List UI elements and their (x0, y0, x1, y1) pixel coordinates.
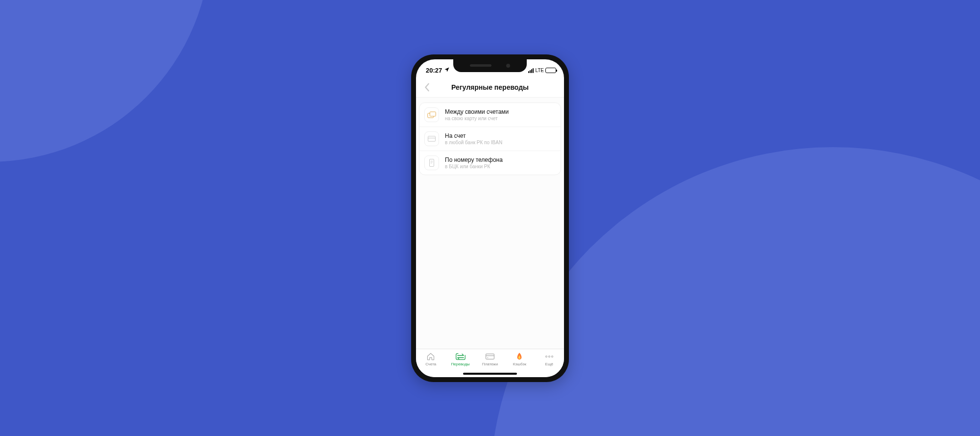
tab-label: Платежи (482, 362, 498, 366)
status-right: LTE (528, 68, 556, 73)
option-to-account[interactable]: На счет в любой банк РК по IBAN (419, 127, 561, 151)
tab-label: Ещё (545, 362, 553, 366)
nav-header: Регулярные переводы (416, 78, 564, 98)
svg-rect-2 (428, 136, 436, 141)
svg-rect-1 (430, 112, 436, 116)
svg-rect-9 (486, 354, 494, 359)
front-camera (506, 64, 510, 68)
option-text: Между своими счетами на свою карту или с… (445, 108, 509, 121)
tab-label: Кэшбэк (513, 362, 526, 366)
background: 20:27 LTE Регулярные переводы (0, 0, 980, 436)
status-left: 20:27 (426, 67, 450, 74)
option-subtitle: в любой банк РК по IBAN (445, 140, 502, 145)
cashback-icon (514, 353, 524, 360)
svg-point-12 (545, 356, 547, 357)
accounts-transfer-icon (424, 107, 439, 122)
phone-notch (453, 59, 527, 72)
tab-payments[interactable]: Платежи (476, 353, 504, 366)
option-text: На счет в любой банк РК по IBAN (445, 132, 502, 145)
option-title: Между своими счетами (445, 108, 509, 115)
option-text: По номеру телефона в БЦК или банки РК (445, 156, 503, 169)
location-icon (444, 67, 450, 74)
phone-bezel: 20:27 LTE Регулярные переводы (416, 59, 564, 377)
tab-label: Счета (425, 362, 436, 366)
option-title: На счет (445, 132, 502, 139)
bg-circle-top (0, 0, 211, 162)
battery-icon (545, 68, 556, 73)
svg-point-13 (548, 356, 550, 357)
page-title: Регулярные переводы (416, 83, 564, 91)
back-button[interactable] (420, 80, 435, 95)
option-by-phone[interactable]: По номеру телефона в БЦК или банки РК (419, 151, 561, 175)
more-icon (544, 353, 554, 360)
option-subtitle: в БЦК или банки РК (445, 164, 503, 169)
tab-transfers[interactable]: Переводы (447, 353, 474, 366)
signal-icon (528, 68, 534, 73)
account-icon (424, 131, 439, 146)
tab-cashback[interactable]: Кэшбэк (506, 353, 533, 366)
speaker (470, 64, 491, 67)
content-area: Между своими счетами на свою карту или с… (416, 98, 564, 349)
tab-accounts[interactable]: Счета (417, 353, 444, 366)
svg-rect-8 (456, 353, 465, 359)
option-title: По номеру телефона (445, 156, 503, 163)
svg-point-14 (551, 356, 553, 357)
svg-point-11 (487, 357, 488, 358)
status-time: 20:27 (426, 67, 442, 74)
option-subtitle: на свою карту или счет (445, 116, 509, 121)
network-label: LTE (535, 68, 544, 73)
tab-label: Переводы (451, 362, 470, 366)
tab-more[interactable]: Ещё (536, 353, 563, 366)
option-between-own-accounts[interactable]: Между своими счетами на свою карту или с… (419, 103, 561, 127)
phone-frame: 20:27 LTE Регулярные переводы (411, 54, 569, 382)
payments-icon (485, 353, 495, 360)
home-icon (426, 353, 436, 360)
transfers-icon (456, 353, 466, 360)
phone-icon (424, 155, 439, 170)
options-card: Между своими счетами на свою карту или с… (419, 103, 561, 175)
svg-rect-4 (430, 159, 434, 166)
home-indicator[interactable] (463, 373, 517, 375)
